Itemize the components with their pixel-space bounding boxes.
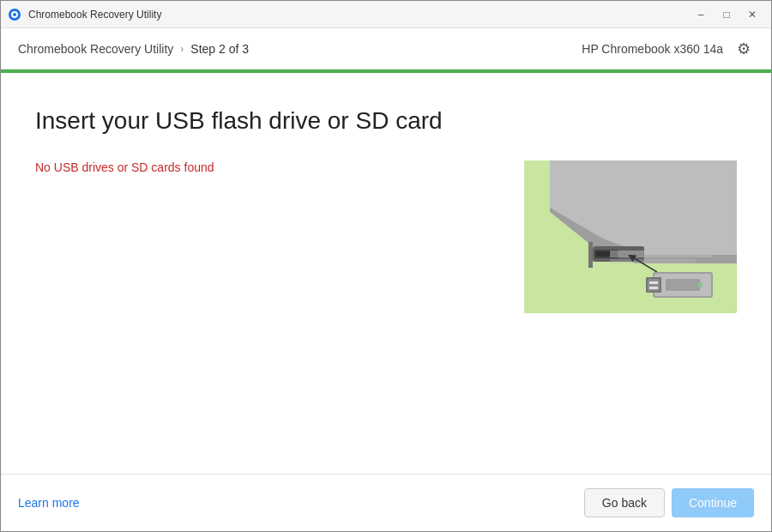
footer-buttons: Go back Continue bbox=[584, 488, 754, 517]
svg-point-21 bbox=[697, 282, 703, 287]
breadcrumb: Chromebook Recovery Utility › Step 2 of … bbox=[18, 42, 249, 56]
app-header: Chromebook Recovery Utility › Step 2 of … bbox=[1, 28, 771, 70]
settings-button[interactable]: ⚙ bbox=[733, 36, 754, 62]
device-name-label: HP Chromebook x360 14a bbox=[582, 42, 723, 56]
usb-svg bbox=[524, 160, 737, 313]
svg-rect-6 bbox=[588, 242, 593, 268]
usb-illustration bbox=[524, 160, 737, 313]
footer: Learn more Go back Continue bbox=[1, 474, 771, 531]
error-message: No USB drives or SD cards found bbox=[35, 160, 490, 174]
step-label: Step 2 of 3 bbox=[190, 42, 249, 56]
content-area: No USB drives or SD cards found bbox=[35, 160, 737, 456]
go-back-button[interactable]: Go back bbox=[584, 488, 665, 517]
close-button[interactable]: ✕ bbox=[740, 6, 764, 23]
gear-icon: ⚙ bbox=[737, 39, 751, 58]
svg-rect-18 bbox=[649, 287, 658, 289]
chevron-icon: › bbox=[180, 43, 184, 55]
title-bar-text: Chromebook Recovery Utility bbox=[28, 9, 689, 21]
svg-rect-10 bbox=[610, 251, 713, 257]
page-title: Insert your USB flash drive or SD card bbox=[35, 107, 737, 135]
left-panel: No USB drives or SD cards found bbox=[35, 160, 490, 174]
app-name-label: Chromebook Recovery Utility bbox=[18, 42, 173, 56]
right-panel bbox=[524, 160, 737, 313]
main-content: Insert your USB flash drive or SD card N… bbox=[1, 73, 771, 474]
svg-rect-20 bbox=[670, 281, 696, 289]
continue-button[interactable]: Continue bbox=[672, 488, 754, 517]
header-right: HP Chromebook x360 14a ⚙ bbox=[582, 36, 754, 62]
window-controls: – □ ✕ bbox=[689, 6, 764, 23]
maximize-button[interactable]: □ bbox=[715, 6, 739, 23]
svg-rect-11 bbox=[610, 259, 696, 263]
minimize-button[interactable]: – bbox=[689, 6, 713, 23]
svg-rect-17 bbox=[649, 281, 658, 284]
app-icon bbox=[8, 8, 21, 21]
svg-point-2 bbox=[13, 13, 16, 16]
learn-more-link[interactable]: Learn more bbox=[18, 496, 80, 510]
title-bar: Chromebook Recovery Utility – □ ✕ bbox=[1, 1, 771, 28]
